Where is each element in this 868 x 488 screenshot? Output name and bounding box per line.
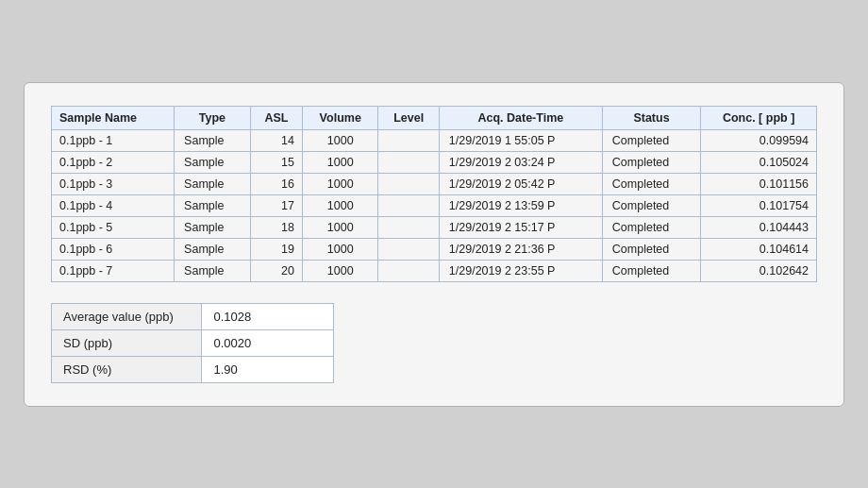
cell-r2-c5: 1/29/2019 2 05:42 P xyxy=(439,173,602,194)
summary-value-2: 1.90 xyxy=(202,356,334,382)
cell-r2-c4 xyxy=(378,173,439,194)
cell-r5-c0: 0.1ppb - 6 xyxy=(52,238,175,260)
cell-r0-c6: Completed xyxy=(602,129,700,151)
cell-r2-c2: 16 xyxy=(250,173,302,194)
cell-r4-c1: Sample xyxy=(175,216,251,238)
cell-r2-c7: 0.101156 xyxy=(701,173,817,194)
cell-r0-c2: 14 xyxy=(250,129,302,151)
cell-r5-c3: 1000 xyxy=(302,238,377,260)
col-header-3: Volume xyxy=(302,106,377,129)
cell-r3-c5: 1/29/2019 2 13:59 P xyxy=(439,194,602,216)
cell-r2-c1: Sample xyxy=(175,173,251,194)
col-header-4: Level xyxy=(378,106,439,129)
cell-r3-c2: 17 xyxy=(250,194,302,216)
cell-r6-c0: 0.1ppb - 7 xyxy=(52,260,175,281)
cell-r5-c1: Sample xyxy=(175,238,251,260)
cell-r1-c4 xyxy=(378,151,439,173)
cell-r4-c4 xyxy=(378,216,439,238)
cell-r5-c6: Completed xyxy=(602,238,700,260)
cell-r1-c2: 15 xyxy=(250,151,302,173)
cell-r1-c7: 0.105024 xyxy=(701,151,817,173)
cell-r3-c7: 0.101754 xyxy=(701,194,817,216)
table-row: 0.1ppb - 6Sample1910001/29/2019 2 21:36 … xyxy=(52,238,817,260)
cell-r6-c3: 1000 xyxy=(302,260,377,281)
cell-r0-c3: 1000 xyxy=(302,129,377,151)
table-row: 0.1ppb - 1Sample1410001/29/2019 1 55:05 … xyxy=(52,129,817,151)
cell-r6-c5: 1/29/2019 2 23:55 P xyxy=(439,260,602,281)
cell-r1-c5: 1/29/2019 2 03:24 P xyxy=(439,151,602,173)
summary-row: SD (ppb)0.0020 xyxy=(52,329,334,356)
data-table: Sample NameTypeASLVolumeLevelAcq. Date-T… xyxy=(51,106,817,282)
cell-r3-c3: 1000 xyxy=(302,194,377,216)
col-header-5: Acq. Date-Time xyxy=(439,106,602,129)
col-header-6: Status xyxy=(602,106,700,129)
summary-table: Average value (ppb)0.1028SD (ppb)0.0020R… xyxy=(51,303,334,383)
cell-r2-c3: 1000 xyxy=(302,173,377,194)
col-header-0: Sample Name xyxy=(52,106,175,129)
cell-r2-c0: 0.1ppb - 3 xyxy=(52,173,175,194)
cell-r3-c1: Sample xyxy=(175,194,251,216)
table-row: 0.1ppb - 2Sample1510001/29/2019 2 03:24 … xyxy=(52,151,817,173)
cell-r6-c2: 20 xyxy=(250,260,302,281)
cell-r0-c4 xyxy=(378,129,439,151)
cell-r4-c2: 18 xyxy=(250,216,302,238)
cell-r0-c7: 0.099594 xyxy=(701,129,817,151)
cell-r4-c7: 0.104443 xyxy=(701,216,817,238)
summary-value-1: 0.0020 xyxy=(202,329,334,356)
cell-r0-c5: 1/29/2019 1 55:05 P xyxy=(439,129,602,151)
col-header-2: ASL xyxy=(250,106,302,129)
summary-row: RSD (%)1.90 xyxy=(52,356,334,382)
cell-r4-c3: 1000 xyxy=(302,216,377,238)
cell-r3-c4 xyxy=(378,194,439,216)
cell-r1-c0: 0.1ppb - 2 xyxy=(52,151,175,173)
cell-r6-c1: Sample xyxy=(175,260,251,281)
summary-label-0: Average value (ppb) xyxy=(52,303,202,329)
cell-r5-c2: 19 xyxy=(250,238,302,260)
cell-r0-c0: 0.1ppb - 1 xyxy=(52,129,175,151)
summary-row: Average value (ppb)0.1028 xyxy=(52,303,334,329)
main-card: Sample NameTypeASLVolumeLevelAcq. Date-T… xyxy=(24,82,844,407)
cell-r5-c4 xyxy=(378,238,439,260)
cell-r3-c6: Completed xyxy=(602,194,700,216)
cell-r1-c3: 1000 xyxy=(302,151,377,173)
cell-r6-c4 xyxy=(378,260,439,281)
cell-r1-c1: Sample xyxy=(175,151,251,173)
table-row: 0.1ppb - 3Sample1610001/29/2019 2 05:42 … xyxy=(52,173,817,194)
table-row: 0.1ppb - 4Sample1710001/29/2019 2 13:59 … xyxy=(52,194,817,216)
summary-value-0: 0.1028 xyxy=(202,303,334,329)
cell-r4-c0: 0.1ppb - 5 xyxy=(52,216,175,238)
cell-r6-c6: Completed xyxy=(602,260,700,281)
cell-r1-c6: Completed xyxy=(602,151,700,173)
cell-r3-c0: 0.1ppb - 4 xyxy=(52,194,175,216)
table-row: 0.1ppb - 5Sample1810001/29/2019 2 15:17 … xyxy=(52,216,817,238)
col-header-1: Type xyxy=(175,106,251,129)
cell-r0-c1: Sample xyxy=(175,129,251,151)
col-header-7: Conc. [ ppb ] xyxy=(701,106,817,129)
table-row: 0.1ppb - 7Sample2010001/29/2019 2 23:55 … xyxy=(52,260,817,281)
cell-r6-c7: 0.102642 xyxy=(701,260,817,281)
summary-label-2: RSD (%) xyxy=(52,356,202,382)
cell-r5-c5: 1/29/2019 2 21:36 P xyxy=(439,238,602,260)
cell-r4-c6: Completed xyxy=(602,216,700,238)
cell-r4-c5: 1/29/2019 2 15:17 P xyxy=(439,216,602,238)
summary-label-1: SD (ppb) xyxy=(52,329,202,356)
cell-r2-c6: Completed xyxy=(602,173,700,194)
cell-r5-c7: 0.104614 xyxy=(701,238,817,260)
